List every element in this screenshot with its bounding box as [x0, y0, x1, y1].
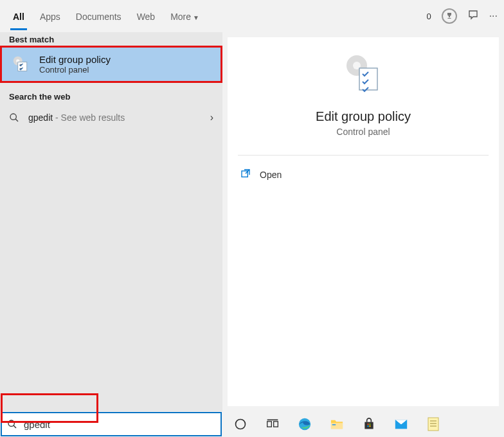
web-result-term: gpedit: [28, 112, 53, 123]
svg-rect-24: [428, 418, 438, 431]
notepad-button[interactable]: [426, 416, 441, 432]
search-web-header: Search the web: [0, 89, 222, 103]
svg-rect-22: [369, 425, 370, 427]
preview-subtitle: Control panel: [228, 127, 499, 137]
mail-icon: [394, 418, 408, 431]
task-view-button[interactable]: [265, 416, 280, 432]
result-text: Edit group policy Control panel: [39, 54, 111, 75]
svg-point-3: [10, 114, 16, 120]
tab-label: Web: [137, 12, 156, 22]
open-icon: [240, 168, 251, 181]
best-match-result[interactable]: Edit group policy Control panel: [2, 48, 221, 81]
tab-label: More: [170, 12, 191, 22]
preview-panel: Edit group policy Control panel Open: [228, 37, 499, 406]
tab-label: Apps: [40, 12, 60, 22]
preview-divider: [238, 155, 489, 156]
search-input[interactable]: [24, 419, 215, 430]
web-result-left: gpedit - See web results: [9, 112, 125, 123]
main-area: Best match Edit group policy Control pan…: [0, 32, 504, 411]
svg-rect-20: [369, 424, 370, 425]
svg-line-4: [15, 119, 18, 121]
edge-button[interactable]: [297, 416, 312, 432]
best-match-header: Best match: [0, 32, 222, 46]
results-column: Best match Edit group policy Control pan…: [0, 32, 222, 411]
file-explorer-icon: [330, 418, 344, 431]
svg-rect-21: [368, 425, 369, 427]
store-button[interactable]: [361, 416, 377, 432]
tab-web[interactable]: Web: [129, 3, 163, 30]
tab-list: All Apps Documents Web More▼: [0, 3, 207, 30]
web-result-suffix: - See web results: [53, 112, 125, 123]
svg-rect-16: [331, 423, 343, 429]
svg-rect-12: [267, 422, 272, 427]
taskbar: [222, 411, 504, 437]
rewards-badge-icon[interactable]: [442, 8, 457, 24]
mail-button[interactable]: [393, 416, 409, 432]
result-icon: [11, 54, 32, 75]
feedback-icon[interactable]: [467, 9, 479, 23]
top-right-controls: 0 ···: [426, 8, 504, 24]
group-policy-large-icon: [343, 53, 384, 94]
more-options-icon[interactable]: ···: [489, 10, 498, 22]
open-action[interactable]: Open: [228, 163, 499, 186]
search-box[interactable]: [1, 412, 222, 436]
svg-rect-18: [364, 422, 373, 429]
trophy-icon: [446, 12, 453, 20]
search-icon: [9, 112, 19, 123]
web-search-result[interactable]: gpedit - See web results ›: [0, 103, 222, 132]
result-title: Edit group policy: [39, 54, 111, 65]
search-icon: [7, 419, 17, 429]
svg-rect-2: [18, 62, 27, 71]
preview-title: Edit group policy: [228, 109, 499, 124]
chevron-right-icon: ›: [210, 112, 213, 123]
svg-point-9: [8, 420, 14, 426]
svg-rect-17: [332, 424, 336, 425]
result-subtitle: Control panel: [39, 65, 111, 75]
svg-point-11: [236, 420, 246, 429]
svg-rect-19: [368, 424, 369, 425]
search-scope-tabs: All Apps Documents Web More▼ 0 ···: [0, 0, 504, 32]
tab-all[interactable]: All: [5, 3, 32, 30]
tab-label: All: [13, 12, 24, 22]
chevron-down-icon: ▼: [193, 14, 199, 21]
file-explorer-button[interactable]: [329, 416, 345, 432]
preview-icon: [343, 53, 384, 96]
task-view-icon: [266, 418, 279, 431]
tab-documents[interactable]: Documents: [68, 3, 129, 30]
svg-rect-7: [359, 68, 377, 90]
notepad-icon: [428, 417, 439, 431]
cortana-icon: [234, 418, 247, 431]
svg-rect-13: [274, 422, 278, 427]
annotation-highlight: Edit group policy Control panel: [0, 46, 222, 83]
svg-rect-14: [267, 420, 278, 421]
group-policy-icon: [12, 55, 30, 73]
tab-apps[interactable]: Apps: [32, 3, 68, 30]
rewards-count: 0: [426, 12, 431, 21]
cortana-button[interactable]: [233, 416, 248, 432]
store-icon: [363, 418, 375, 431]
edge-icon: [298, 417, 312, 431]
tab-more[interactable]: More▼: [163, 3, 207, 30]
svg-line-10: [14, 425, 16, 428]
tab-label: Documents: [76, 12, 122, 22]
open-label: Open: [260, 170, 282, 180]
